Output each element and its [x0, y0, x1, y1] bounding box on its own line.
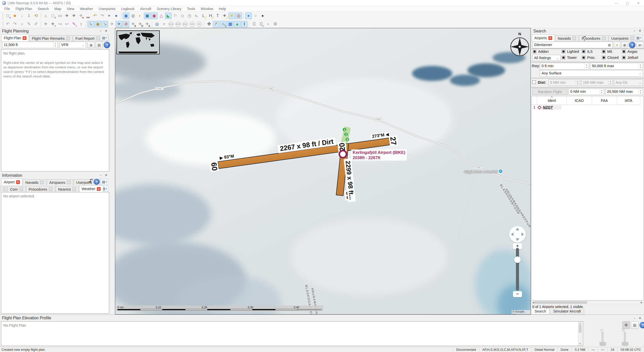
- profile-horizontal-zoom-slider[interactable]: [624, 332, 626, 346]
- map-sun-shading-button[interactable]: ◐: [137, 13, 143, 19]
- close-tab-icon[interactable]: ✕: [16, 180, 20, 184]
- table-row[interactable]: 1NZGT: [532, 105, 640, 110]
- dist-checkbox[interactable]: [532, 80, 536, 84]
- filter-proc-checkbox[interactable]: Proc.: [582, 56, 602, 60]
- filter-mil-checkbox[interactable]: Mil.: [602, 50, 622, 54]
- filter-jetfuel-checkbox[interactable]: Jetfuel: [622, 56, 643, 60]
- profile-vertical-zoom-slider[interactable]: [601, 332, 603, 346]
- header-faa[interactable]: FAA: [592, 96, 617, 105]
- menu-view[interactable]: View: [64, 6, 77, 11]
- center-flightplan-button[interactable]: ▭: [57, 13, 63, 19]
- map-theme-simple-button[interactable]: ○: [252, 13, 259, 19]
- navaid-ndb-button[interactable]: H╱: [207, 13, 214, 19]
- close-tab-icon[interactable]: ✕: [49, 187, 53, 191]
- filter-closed-checkbox[interactable]: Closed: [602, 56, 622, 60]
- set-departure-button[interactable]: ✈: [64, 13, 70, 19]
- map-drop-button[interactable]: ◇: [179, 13, 186, 19]
- toolbar-handle[interactable]: [2, 13, 4, 19]
- minimize-button[interactable]: —: [611, 0, 622, 6]
- surface-combo[interactable]: Any Surface⌄: [540, 70, 643, 77]
- map-lighted-button[interactable]: ◣: [165, 13, 172, 19]
- header-ident[interactable]: Identᐱ: [537, 96, 567, 105]
- wind-position-button[interactable]: ⌖: [161, 21, 167, 27]
- center-position-button[interactable]: ⌖: [106, 13, 112, 19]
- redo-button[interactable]: ↷: [12, 21, 18, 27]
- close-button[interactable]: ✕: [633, 0, 644, 6]
- add-approach-button[interactable]: ▂: [85, 13, 91, 19]
- db-load-button[interactable]: ☰✓: [258, 21, 264, 27]
- holding-button[interactable]: ↩: [64, 21, 70, 27]
- airspace-icao-button[interactable]: ICAO: [168, 21, 174, 27]
- show-world-button[interactable]: ●: [113, 13, 119, 19]
- tab-info-overflow[interactable]: ✕: [1, 186, 7, 192]
- search-airport-button[interactable]: ◉: [621, 42, 628, 48]
- menu-aircraft[interactable]: Aircraft: [137, 6, 154, 11]
- close-icon[interactable]: ✕: [105, 173, 108, 177]
- menu-userpoints[interactable]: Userpoints: [96, 6, 118, 11]
- filter-tower-checkbox[interactable]: Tower: [562, 56, 582, 60]
- show-aircraft-button[interactable]: ✈: [109, 21, 115, 27]
- open-flightplan-button[interactable]: ■: [12, 13, 18, 19]
- dist-min-spinner[interactable]: 0 NM min▲▼: [548, 79, 580, 86]
- map-layer-terrain-button[interactable]: ◍: [130, 13, 136, 19]
- tab-info-com[interactable]: Com✕: [8, 186, 26, 192]
- close-tab-icon[interactable]: ✕: [630, 36, 634, 40]
- show-restricted-button[interactable]: ⊘: [123, 21, 129, 27]
- pan-right-icon[interactable]: [521, 233, 524, 236]
- dock-profile-button[interactable]: ▲: [234, 21, 240, 27]
- tab-info-navaids[interactable]: Navaids✕: [23, 179, 46, 185]
- tab-search-userpoints[interactable]: Userpoints✕: [609, 35, 636, 41]
- save-flightplan-as-button[interactable]: ⇓: [26, 13, 32, 19]
- airport-symbol[interactable]: [339, 150, 347, 158]
- map-airport-filter-button[interactable]: ▣: [144, 13, 150, 19]
- filter-lighted-checkbox[interactable]: Lighted: [562, 50, 582, 54]
- help-button[interactable]: ?: [94, 179, 100, 185]
- tab-menu-button[interactable]: ▤▾: [101, 179, 108, 185]
- show-ai-aircraft-button[interactable]: ✈A: [130, 21, 136, 27]
- measure-rhumb-button[interactable]: ✐: [33, 21, 39, 27]
- menu-search[interactable]: Search: [35, 6, 52, 11]
- ratings-combo[interactable]: All Ratings⌄: [532, 55, 560, 61]
- map-back-button[interactable]: ↶: [92, 13, 98, 19]
- reset-flightplan-button[interactable]: ⟲: [33, 13, 39, 19]
- close-tab-icon[interactable]: ✕: [72, 187, 76, 191]
- map-pan-pad[interactable]: [509, 226, 526, 243]
- new-flightplan-button[interactable]: □+: [5, 13, 11, 19]
- dist-max-spinner[interactable]: 100 NM max▲▼: [581, 79, 613, 86]
- undo-button[interactable]: ↶: [5, 21, 11, 27]
- tab-info-weather[interactable]: Weather✕: [79, 185, 103, 192]
- dock-procedures-button[interactable]: ▦: [227, 21, 233, 27]
- header-icao[interactable]: ICAO: [567, 96, 592, 105]
- show-missed-button[interactable]: ◉: [95, 21, 101, 27]
- close-icon[interactable]: ✕: [639, 29, 641, 33]
- rwy-max-spinner[interactable]: 50,000 ft max▲▼: [590, 63, 643, 69]
- dock-flightplan-button[interactable]: ↱: [213, 21, 219, 27]
- header-row-number[interactable]: [532, 96, 537, 105]
- menu-map[interactable]: Map: [52, 6, 64, 11]
- search-query-input[interactable]: Glentanner ⊗: [532, 42, 613, 48]
- menu-weather[interactable]: Weather: [77, 6, 96, 11]
- db-scenery-button[interactable]: ☰: [251, 21, 257, 27]
- close-tab-icon[interactable]: ✕: [40, 181, 44, 184]
- zoom-handle[interactable]: [514, 256, 521, 263]
- show-aircraft-track-button[interactable]: ✈╱: [116, 21, 122, 27]
- rwy-min-spinner[interactable]: 0 ft min▲▼: [540, 63, 589, 69]
- clear-search-icon[interactable]: ⊗: [608, 43, 611, 48]
- tab-flight-plan[interactable]: Flight Plan✕: [1, 34, 29, 41]
- measure-line-button[interactable]: ✎: [26, 21, 32, 27]
- bottom-tab-search[interactable]: Search: [531, 309, 549, 314]
- menu-file[interactable]: File: [2, 6, 13, 11]
- goto-home-button[interactable]: ⌂: [43, 13, 49, 19]
- help-button[interactable]: ?: [629, 42, 635, 48]
- tab-info-airport[interactable]: Airport✕: [1, 179, 22, 185]
- tab-search-airports[interactable]: Airports✕: [532, 34, 555, 41]
- scroll-thumb[interactable]: [534, 301, 587, 304]
- float-icon[interactable]: ▫: [634, 29, 635, 33]
- fullscreen-map-button[interactable]: ✣: [206, 21, 212, 27]
- save-flightplan-button[interactable]: ↓: [19, 13, 25, 19]
- parking-marker[interactable]: 3: [345, 137, 349, 142]
- map-heliports-button[interactable]: △: [158, 13, 165, 19]
- filter-addon-checkbox[interactable]: Addon: [533, 50, 562, 54]
- options-button[interactable]: ⚙: [272, 21, 278, 27]
- scroll-down-icon[interactable]: ▼: [578, 342, 582, 345]
